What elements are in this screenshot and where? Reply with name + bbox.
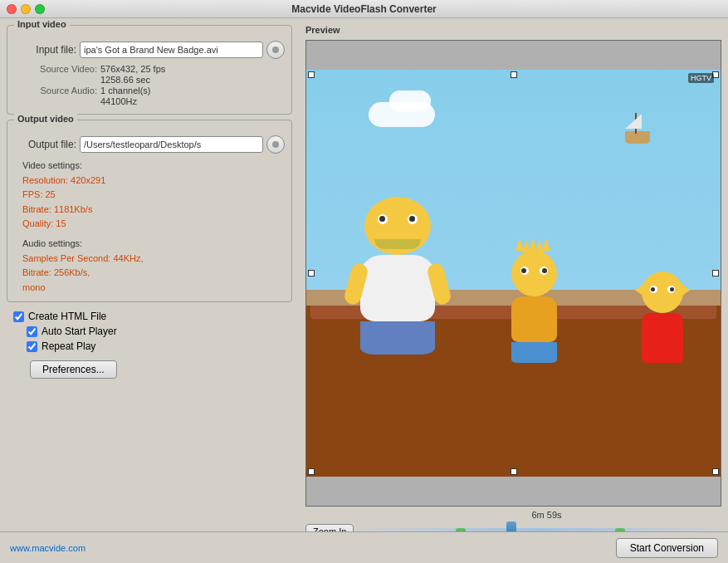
video-settings-label: Video settings: xyxy=(22,159,285,174)
source-video-row: Source Video: 576x432, 25 fps xyxy=(22,64,285,74)
website-link-bottom[interactable]: www.macvide.com xyxy=(10,543,86,553)
input-video-label: Input video xyxy=(14,19,70,29)
title-bar: Macvide VideoFlash Converter xyxy=(0,0,728,18)
repeat-play-row: Repeat Play xyxy=(27,340,286,352)
samples-per-sec: Samples Per Second: 44KHz, xyxy=(22,253,144,263)
audio-rate-value: 44100Hz xyxy=(100,96,137,106)
preview-top-bar xyxy=(306,41,721,70)
handle-middle-left[interactable] xyxy=(308,270,315,277)
start-conversion-button[interactable]: Start Conversion xyxy=(616,538,718,558)
bart-character xyxy=(497,251,572,363)
main-content: Input video Input file: Source Video: 57… xyxy=(0,18,728,563)
quality-value: Quality: 15 xyxy=(22,218,66,228)
left-panel: Input video Input file: Source Video: 57… xyxy=(0,18,299,563)
output-file-row: Output file: xyxy=(14,135,285,154)
output-video-section: Output video Output file: Video settings… xyxy=(7,120,292,302)
minimize-button[interactable] xyxy=(21,4,31,14)
create-html-checkbox[interactable] xyxy=(13,311,24,322)
preview-container: HGTV xyxy=(305,40,721,507)
handle-top-left[interactable] xyxy=(308,71,315,78)
handle-bottom-right[interactable] xyxy=(712,468,719,475)
traffic-lights[interactable] xyxy=(7,4,45,14)
auto-start-row: Auto Start Player xyxy=(27,326,286,337)
fps-value: FPS: 25 xyxy=(22,189,56,199)
auto-start-label: Auto Start Player xyxy=(42,326,117,337)
output-file-label: Output file: xyxy=(14,139,76,150)
app-title: Macvide VideoFlash Converter xyxy=(291,3,437,15)
output-video-label: Output video xyxy=(14,114,77,124)
cloud-2 xyxy=(389,91,431,111)
create-html-label: Create HTML File xyxy=(28,311,106,322)
input-file-label: Input file: xyxy=(14,44,76,56)
source-video-label: Source Video: xyxy=(22,64,97,74)
auto-start-checkbox[interactable] xyxy=(27,326,37,337)
maximize-button[interactable] xyxy=(35,4,45,14)
repeat-play-checkbox[interactable] xyxy=(27,341,37,352)
create-html-row: Create HTML File xyxy=(13,311,286,322)
audio-settings-label: Audio settings: xyxy=(22,237,285,252)
duration-row: 1258.66 sec xyxy=(22,75,285,85)
output-browse-button[interactable] xyxy=(266,135,285,154)
duration-value: 1258.66 sec xyxy=(100,75,150,85)
handle-middle-bottom[interactable] xyxy=(511,468,517,475)
audio-bitrate: Bitrate: 256Kb/s, xyxy=(22,267,90,277)
preferences-button[interactable]: Preferences... xyxy=(30,360,117,379)
input-file-row: Input file: xyxy=(14,41,285,59)
source-video-value: 576x432, 25 fps xyxy=(100,64,165,74)
source-audio-value: 1 channel(s) xyxy=(100,86,151,95)
input-browse-button[interactable] xyxy=(266,41,285,59)
handle-middle-right[interactable] xyxy=(712,270,719,277)
lisa-character xyxy=(629,272,696,363)
checkboxes-section: Create HTML File Auto Start Player Repea… xyxy=(7,307,292,382)
current-time-label: 6m 59s xyxy=(531,510,561,520)
bitrate-value: Bitrate: 1181Kb/s xyxy=(22,204,92,214)
current-time-row: 6m 59s xyxy=(305,510,721,520)
preview-image-area: HGTV xyxy=(306,70,721,477)
repeat-play-label: Repeat Play xyxy=(42,340,95,352)
handle-middle-top[interactable] xyxy=(511,71,517,78)
output-file-field[interactable] xyxy=(80,136,263,153)
audio-rate-row: 44100Hz xyxy=(22,96,285,106)
sailboat xyxy=(617,110,658,144)
input-file-field[interactable] xyxy=(80,42,263,58)
homer-character xyxy=(340,197,456,355)
source-audio-label: Source Audio: xyxy=(22,86,97,95)
preview-label: Preview xyxy=(305,25,721,35)
watermark: HGTV xyxy=(688,73,714,83)
svg-point-0 xyxy=(272,47,279,53)
source-audio-row: Source Audio: 1 channel(s) xyxy=(22,86,285,95)
audio-mode: mono xyxy=(22,282,46,292)
bottom-bar: www.macvide.com Start Conversion xyxy=(0,531,728,563)
close-button[interactable] xyxy=(7,4,17,14)
handle-bottom-left[interactable] xyxy=(308,468,315,475)
resolution-value: Resolution: 420x291 xyxy=(22,175,105,185)
svg-point-1 xyxy=(272,141,279,148)
right-panel: Preview xyxy=(299,18,728,563)
input-video-section: Input video Input file: Source Video: 57… xyxy=(7,25,292,115)
preview-bottom-bar xyxy=(306,477,721,506)
